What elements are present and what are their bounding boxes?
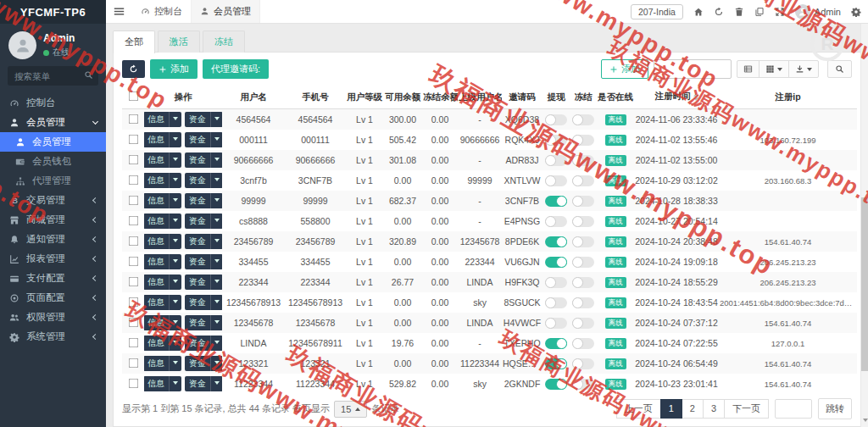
- fund-dropdown-button[interactable]: 资金: [185, 376, 222, 391]
- fund-dropdown-button[interactable]: 资金: [185, 234, 222, 249]
- withdraw-toggle[interactable]: [545, 216, 567, 227]
- withdraw-toggle[interactable]: [545, 196, 567, 207]
- row-checkbox[interactable]: [128, 276, 138, 286]
- row-checkbox[interactable]: [128, 256, 138, 266]
- withdraw-toggle[interactable]: [545, 155, 567, 166]
- withdraw-toggle[interactable]: [545, 358, 567, 369]
- select-all-checkbox[interactable]: [128, 92, 138, 102]
- topbar-tab[interactable]: 控制台: [132, 0, 192, 23]
- info-dropdown-button[interactable]: 信息: [144, 214, 181, 229]
- fund-dropdown-button[interactable]: 资金: [185, 336, 222, 351]
- column-header[interactable]: 注册ip: [719, 86, 857, 109]
- column-header[interactable]: 冻结: [570, 86, 597, 109]
- withdraw-toggle[interactable]: [545, 318, 567, 329]
- sidebar-item[interactable]: 页面配置: [0, 288, 106, 308]
- columns-dropdown-icon[interactable]: [759, 60, 789, 78]
- column-header[interactable]: 操作: [144, 86, 222, 109]
- freeze-toggle[interactable]: [572, 257, 594, 268]
- per-page-select[interactable]: 15: [334, 401, 367, 418]
- withdraw-toggle[interactable]: [545, 297, 567, 308]
- row-checkbox[interactable]: [128, 114, 138, 124]
- info-dropdown-button[interactable]: 信息: [144, 132, 181, 147]
- page-button[interactable]: 2: [682, 399, 704, 419]
- fund-dropdown-button[interactable]: 资金: [185, 173, 222, 188]
- fund-dropdown-button[interactable]: 资金: [185, 193, 222, 208]
- row-checkbox[interactable]: [128, 297, 138, 307]
- status-tab[interactable]: 激活: [158, 30, 200, 53]
- column-header[interactable]: 手机号: [285, 86, 346, 109]
- refresh-button[interactable]: [122, 60, 145, 78]
- agent-code-button[interactable]: 代理邀请码:: [203, 59, 269, 79]
- info-dropdown-button[interactable]: 信息: [144, 152, 181, 168]
- freeze-toggle[interactable]: [572, 338, 594, 349]
- sidebar-item[interactable]: 支付配置: [0, 269, 106, 288]
- menu-toggle-icon[interactable]: [106, 0, 132, 23]
- column-header[interactable]: 注册时间: [634, 86, 719, 109]
- fund-dropdown-button[interactable]: 资金: [185, 254, 222, 269]
- add-button-secondary[interactable]: 添加: [601, 59, 648, 79]
- sidebar-item[interactable]: 会员管理: [0, 113, 106, 132]
- info-dropdown-button[interactable]: 信息: [144, 315, 181, 330]
- fund-dropdown-button[interactable]: 资金: [185, 152, 222, 168]
- freeze-toggle[interactable]: [572, 236, 594, 247]
- scrollbar-track[interactable]: [860, 24, 868, 427]
- status-tab[interactable]: 全部: [113, 30, 155, 53]
- row-checkbox[interactable]: [128, 236, 138, 246]
- prev-page-button[interactable]: 上一页: [616, 399, 661, 419]
- freeze-toggle[interactable]: [572, 277, 594, 288]
- sidebar-item[interactable]: 商城管理: [0, 210, 106, 230]
- info-dropdown-button[interactable]: 信息: [144, 254, 181, 269]
- row-checkbox[interactable]: [128, 134, 138, 144]
- copy-icon[interactable]: [754, 7, 765, 17]
- withdraw-toggle[interactable]: [545, 257, 567, 268]
- freeze-toggle[interactable]: [572, 175, 594, 186]
- row-checkbox[interactable]: [128, 337, 138, 347]
- export-dropdown-icon[interactable]: [788, 60, 819, 78]
- sidebar-item[interactable]: 报表管理: [0, 249, 106, 269]
- table-search-input[interactable]: [654, 59, 732, 79]
- fund-dropdown-button[interactable]: 资金: [185, 295, 222, 310]
- sidebar-item-active[interactable]: 会员管理: [0, 132, 106, 152]
- info-dropdown-button[interactable]: 信息: [144, 356, 181, 371]
- sidebar-item[interactable]: 系统管理: [0, 327, 106, 347]
- column-header[interactable]: 可用余额: [383, 86, 422, 109]
- withdraw-toggle[interactable]: [545, 236, 567, 247]
- row-checkbox[interactable]: [128, 317, 138, 327]
- region-button[interactable]: 207-India: [631, 4, 683, 19]
- sidebar-item[interactable]: 权限管理: [0, 308, 106, 327]
- row-checkbox[interactable]: [128, 358, 138, 368]
- withdraw-toggle[interactable]: [545, 338, 567, 349]
- status-tab[interactable]: 冻结: [203, 30, 245, 53]
- sidebar-item[interactable]: 会员钱包: [0, 152, 106, 171]
- sidebar-item[interactable]: 通知管理: [0, 230, 106, 249]
- withdraw-toggle[interactable]: [545, 175, 567, 186]
- fullscreen-icon[interactable]: [775, 7, 785, 17]
- home-icon[interactable]: [693, 7, 704, 17]
- withdraw-toggle[interactable]: [545, 277, 567, 288]
- toggle-view-icon[interactable]: [737, 60, 760, 78]
- column-header[interactable]: 冻结余额: [422, 86, 458, 109]
- fund-dropdown-button[interactable]: 资金: [185, 356, 222, 371]
- fund-dropdown-button[interactable]: 资金: [185, 315, 222, 330]
- info-dropdown-button[interactable]: 信息: [144, 173, 181, 188]
- column-header[interactable]: 邀请码: [502, 86, 542, 109]
- jump-button[interactable]: 跳转: [818, 398, 852, 419]
- next-page-button[interactable]: 下一页: [724, 399, 769, 419]
- fund-dropdown-button[interactable]: 资金: [185, 132, 222, 147]
- freeze-toggle[interactable]: [572, 155, 594, 166]
- column-header[interactable]: 是否在线: [597, 86, 634, 109]
- refresh-icon[interactable]: [714, 7, 724, 17]
- withdraw-toggle[interactable]: [545, 379, 567, 390]
- freeze-toggle[interactable]: [572, 297, 594, 308]
- freeze-toggle[interactable]: [572, 196, 594, 207]
- topbar-tab[interactable]: 会员管理: [192, 0, 260, 23]
- fund-dropdown-button[interactable]: 资金: [185, 112, 222, 127]
- row-checkbox[interactable]: [128, 378, 138, 388]
- info-dropdown-button[interactable]: 信息: [144, 376, 181, 391]
- admin-account[interactable]: Admin: [795, 4, 841, 19]
- info-dropdown-button[interactable]: 信息: [144, 336, 181, 351]
- withdraw-toggle[interactable]: [545, 114, 567, 125]
- add-button[interactable]: 添加: [150, 59, 198, 79]
- row-checkbox[interactable]: [128, 175, 138, 185]
- info-dropdown-button[interactable]: 信息: [144, 193, 181, 208]
